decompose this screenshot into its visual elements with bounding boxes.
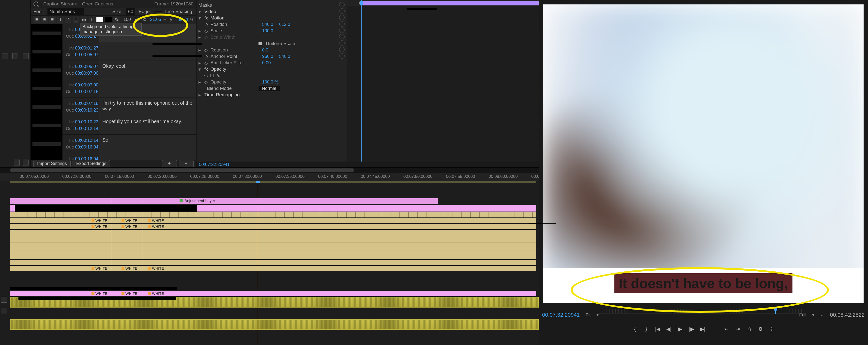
caption-times[interactable]: In: 00:00:12:14Out: 00:00:16:04 bbox=[62, 135, 99, 153]
caption-times[interactable]: In: 00:00:16:04Out: 00:00:17:04 bbox=[62, 153, 99, 160]
rect-tool-icon[interactable]: ▭ bbox=[81, 17, 87, 23]
opacity-header[interactable]: Opacity bbox=[210, 66, 259, 72]
search-icon[interactable] bbox=[23, 160, 29, 166]
import-settings-button[interactable]: Import Settings bbox=[33, 160, 70, 167]
reset-icon[interactable] bbox=[339, 15, 345, 20]
timeline-ruler[interactable]: 00:07:05:0000000:07:10:0000000:07:15:000… bbox=[0, 173, 539, 181]
play-icon[interactable]: ▶ bbox=[677, 326, 684, 332]
settings-icon[interactable]: ⚙ bbox=[757, 326, 764, 332]
anchor-prop[interactable]: Anchor Point bbox=[211, 54, 260, 59]
caption-text[interactable] bbox=[99, 42, 196, 61]
caption-times[interactable]: In: 00:00:07:18Out: 00:00:10:23 bbox=[62, 98, 99, 116]
go-to-in-icon[interactable]: |◀ bbox=[654, 326, 661, 332]
opacity-prop[interactable]: Opacity bbox=[211, 79, 260, 85]
caption-stream-value[interactable]: Open Captions bbox=[82, 1, 113, 7]
blend-mode-value[interactable]: Normal bbox=[258, 86, 280, 91]
bold-icon[interactable]: T bbox=[57, 17, 63, 23]
share-icon[interactable]: ⇪ bbox=[769, 326, 775, 332]
video-header[interactable]: Video bbox=[205, 9, 254, 14]
bin-icon-freeform[interactable] bbox=[23, 53, 29, 59]
white-clip-label[interactable]: WHITE bbox=[147, 218, 167, 223]
reset-icon[interactable] bbox=[339, 28, 345, 33]
size-value[interactable]: 60 bbox=[126, 8, 135, 15]
opacity-value[interactable]: 100 bbox=[123, 17, 131, 22]
audio-track-2[interactable] bbox=[10, 319, 539, 330]
reset-icon[interactable] bbox=[339, 2, 345, 7]
caption-row[interactable]: In: 00:00:05:07Out: 00:00:07:00Okay, coo… bbox=[31, 61, 196, 79]
effect-playhead[interactable] bbox=[361, 0, 362, 162]
step-back-icon[interactable]: ◀| bbox=[666, 326, 672, 332]
scale-prop[interactable]: Scale bbox=[211, 28, 260, 33]
caption-text[interactable]: Hopefully you can still hear me okay. bbox=[99, 116, 196, 135]
monitor-fit[interactable]: Fit bbox=[586, 313, 591, 318]
remove-caption-button[interactable]: − bbox=[179, 160, 193, 167]
align-left-icon[interactable]: ≡ bbox=[33, 17, 40, 23]
italic-icon[interactable]: T bbox=[65, 17, 71, 23]
white-clip-label[interactable]: WHITE bbox=[121, 218, 140, 223]
insert-icon[interactable]: ⇤ bbox=[723, 326, 730, 332]
export-frame-icon[interactable]: ⎙ bbox=[746, 326, 752, 332]
caption-row[interactable]: In: 00:00:07:18Out: 00:00:10:23I'm try t… bbox=[31, 98, 196, 116]
antiflicker-prop[interactable]: Anti-flicker Filter bbox=[211, 60, 260, 65]
step-forward-icon[interactable]: |▶ bbox=[688, 326, 695, 332]
adjustment-layer-clip[interactable]: Adjustment Layer bbox=[184, 199, 215, 203]
eyedropper-icon[interactable]: ✎ bbox=[113, 17, 120, 23]
track-toggle-icon[interactable] bbox=[1, 297, 7, 303]
bin-icon-grid[interactable] bbox=[12, 53, 18, 59]
white-clip-label[interactable]: WHITE bbox=[147, 224, 167, 229]
caption-times[interactable]: In: 00:00:05:07Out: 00:00:07:00 bbox=[62, 61, 99, 79]
font-value[interactable]: Nunito Sans bbox=[48, 8, 84, 15]
timeline-playhead[interactable] bbox=[258, 181, 258, 345]
text-tool-icon[interactable]: T bbox=[89, 17, 95, 23]
monitor-scrub-bar[interactable] bbox=[598, 309, 804, 314]
caption-row[interactable]: In: 00:00:16:04Out: 00:00:17:04 bbox=[31, 153, 196, 160]
effect-current-time[interactable]: 00:07:32:20941 bbox=[196, 162, 556, 168]
program-monitor[interactable]: It doesn't have to be long, bbox=[543, 4, 864, 303]
pink-clip-label[interactable]: WHITE bbox=[121, 291, 140, 296]
white-clip-label[interactable]: WHITE bbox=[91, 218, 110, 223]
caption-text[interactable]: So, bbox=[99, 135, 196, 153]
reset-icon[interactable] bbox=[339, 40, 345, 46]
timeline-tracks[interactable]: Adjustment Layer WHITE WHITE WHITE WHITE… bbox=[0, 181, 539, 345]
align-right-icon[interactable]: ≡ bbox=[49, 17, 56, 23]
caption-text[interactable]: Okay, cool. bbox=[99, 61, 196, 79]
reset-icon[interactable] bbox=[339, 47, 345, 52]
pink-clip-label[interactable]: WHITE bbox=[147, 291, 167, 296]
x-value[interactable]: 31.05 bbox=[150, 17, 161, 22]
bg-color-swatch[interactable] bbox=[105, 17, 112, 22]
align-center-icon[interactable]: ≡ bbox=[41, 17, 48, 23]
white-clip-label[interactable]: WHITE bbox=[147, 266, 167, 270]
pink-clip-label[interactable]: WHITE bbox=[91, 291, 110, 296]
caption-row[interactable]: In: 00:00:12:14Out: 00:00:16:04So, bbox=[31, 135, 196, 153]
caption-row[interactable]: In: 00:00:10:23Out: 00:00:12:14Hopefully… bbox=[31, 116, 196, 135]
monitor-timecode-left[interactable]: 00:07:32:20941 bbox=[542, 312, 580, 318]
edge-value[interactable] bbox=[154, 11, 162, 12]
caption-times[interactable]: In: 00:00:07:00Out: 00:00:07:18 bbox=[62, 79, 99, 97]
text-color-swatch[interactable] bbox=[96, 17, 103, 22]
caption-text[interactable]: I'm try to move this microphone out of t… bbox=[99, 98, 196, 116]
mark-in-icon[interactable]: { bbox=[632, 326, 638, 332]
effect-keyframe-timeline[interactable]: ▶ 00:07:20:00000 00:07:40:00000 00:08:00… bbox=[347, 0, 556, 162]
y-value[interactable]: 86.11 bbox=[177, 17, 188, 22]
white-clip-label[interactable]: WHITE bbox=[91, 266, 110, 270]
overwrite-icon[interactable]: ⇥ bbox=[735, 326, 741, 332]
reset-icon[interactable] bbox=[339, 53, 345, 59]
caption-text[interactable] bbox=[99, 153, 196, 160]
search-icon[interactable] bbox=[33, 1, 38, 6]
motion-header[interactable]: Motion bbox=[210, 15, 259, 21]
time-remapping-header[interactable]: Time Remapping bbox=[205, 92, 254, 97]
folder-icon[interactable] bbox=[14, 160, 20, 166]
caption-times[interactable]: In: 00:00:10:23Out: 00:00:12:14 bbox=[62, 116, 99, 135]
timeline-panel[interactable]: 00:07:05:0000000:07:10:0000000:07:15:000… bbox=[0, 168, 539, 345]
timeline-zoom-scrollbar[interactable] bbox=[10, 168, 354, 172]
reset-icon[interactable] bbox=[339, 34, 345, 39]
caption-times[interactable]: In: 00:00:01:27Out: 00:00:05:07 bbox=[62, 42, 99, 61]
underline-icon[interactable]: T bbox=[73, 17, 79, 23]
reset-icon[interactable] bbox=[339, 8, 345, 14]
export-settings-button[interactable]: Export Settings bbox=[72, 160, 110, 167]
go-to-out-icon[interactable]: ▶| bbox=[700, 326, 706, 332]
white-clip-label[interactable]: WHITE bbox=[91, 224, 110, 229]
caption-row[interactable]: In: 00:00:01:27Out: 00:00:05:07 bbox=[31, 42, 196, 61]
white-clip-label[interactable]: WHITE bbox=[121, 266, 140, 270]
track-toggle-icon[interactable] bbox=[1, 308, 7, 314]
